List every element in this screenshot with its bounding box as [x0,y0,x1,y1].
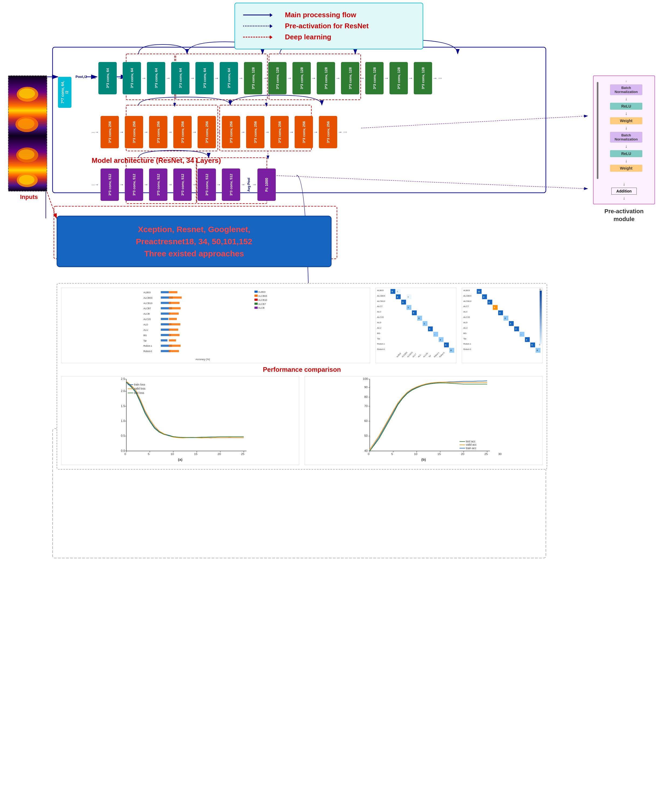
svg-rect-61 [169,345,181,347]
conv-block-green-3: 3*3 conv, 128 [292,62,311,94]
legend-label-main: Main processing flow [285,11,356,19]
svg-text:ALCB10: ALCB10 [463,300,472,302]
svg-text:20: 20 [218,452,221,456]
svg-text:Robot-0: Robot-0 [439,351,445,358]
svg-text:ALCB03: ALCB03 [463,295,472,297]
main-diagram: Main processing flow Pre-activation for … [0,0,672,788]
conv-block-green-4: 3*3 conv, 128 [317,62,335,94]
svg-text:ALC20: ALC20 [463,316,470,318]
svg-text:Robot-1: Robot-1 [463,343,471,345]
svg-text:0: 0 [505,317,506,319]
svg-text:ALCB10: ALCB10 [407,351,413,358]
svg-text:ALB03: ALB03 [143,291,151,294]
svg-rect-98 [423,321,427,326]
svg-rect-62 [169,350,179,352]
confusion-matrix-1-svg: ALB03 ALCB03 ALCB10 ALC7 ALC ALC20 ALD A… [376,288,456,363]
svg-text:3: 3 [510,323,512,325]
avg-pool-label: Avg Pool [247,176,251,193]
svg-text:ALC20: ALC20 [143,318,151,321]
svg-text:train loss: train loss [134,383,145,386]
preact-arrow-1: ↓ [625,97,627,102]
svg-text:15: 15 [194,452,198,456]
svg-text:ALU: ALU [143,329,148,331]
conv-block-green-8: 3*3 conv, 128 [414,62,432,94]
svg-rect-63 [254,291,258,293]
preact-arrow-4: ↓ [625,144,627,149]
svg-rect-151 [520,332,524,337]
svg-text:0: 0 [368,452,369,456]
svg-text:ALB03: ALB03 [463,289,470,292]
svg-text:ALD: ALD [377,321,381,324]
pool-label: Pool,/2 [75,75,87,79]
svg-rect-43 [160,313,170,315]
svg-text:BG: BG [463,332,466,335]
legend-item-preact: Pre-activation for ResNet [243,22,415,30]
svg-rect-71 [254,307,258,309]
svg-text:Tar: Tar [143,339,147,342]
svg-rect-52 [169,297,182,299]
svg-text:ALC20: ALC20 [423,352,428,358]
svg-text:80: 80 [364,395,368,399]
performance-section: ALB03 ALCB03 ALCB10 ALCB7 ALCB ALC20 ALD… [57,283,547,470]
svg-text:25: 25 [241,452,245,456]
svg-text:11: 11 [478,290,480,293]
conv-block-green-6: 3*3 conv, 128 [365,62,384,94]
conv-block-green-5: 3*3 conv, 128 [341,62,359,94]
svg-text:100: 100 [363,377,368,380]
svg-text:ALCB03: ALCB03 [258,295,267,297]
svg-rect-153 [525,337,530,342]
conv-block-purple-1: 3*3 conv, 512 [100,168,119,201]
preact-bn-2: BatchNormalization [610,132,642,143]
svg-text:2.0: 2.0 [121,389,125,392]
perf-comparison-label: Performance comparison [61,366,543,373]
conv-block-purple-2: 3*3 conv, 512 [125,168,143,201]
conv-block-green-1: 3*3 conv, 128 [244,62,262,94]
svg-text:ALCB7: ALCB7 [143,307,151,310]
svg-rect-147 [509,321,514,326]
conv-block-orange-4: 3*3 conv, 256 [173,116,192,148]
svg-text:3: 3 [526,338,527,341]
approaches-box: Xception, Resnet, Googlenet, Preactresne… [57,216,332,267]
svg-rect-39 [160,291,169,293]
svg-line-20 [361,116,588,128]
svg-text:3: 3 [402,301,404,303]
confusion-matrix-2: ALB03 ALCB03 ALCB10 ALC7 ALC ALC20 ALD A… [462,288,543,363]
svg-text:ALB03: ALB03 [396,352,401,358]
svg-rect-137 [482,294,487,299]
svg-text:-: - [435,333,435,336]
svg-text:25: 25 [485,452,488,456]
svg-text:5: 5 [494,306,495,309]
svg-rect-59 [169,334,180,336]
preact-relu-2: ReLU [610,150,642,157]
svg-text:ALCB7: ALCB7 [258,303,266,305]
line-charts-row: 0.0 0.5 1.0 1.5 2.0 2.5 0 5 [61,376,543,465]
svg-text:40: 40 [364,449,368,452]
svg-rect-54 [169,307,181,309]
conv77-block: 7*7 conv, 64, /2 [58,77,71,108]
svg-text:0: 0 [408,296,409,298]
preact-box: ↓ BatchNormalization ↓ ReLU ↓ Weight ↓ B… [593,75,655,204]
conv-block-purple-4: 3*3 conv, 512 [173,168,192,201]
svg-text:ALCB10: ALCB10 [377,300,385,302]
svg-rect-100 [428,326,433,331]
svg-text:15: 15 [437,452,441,456]
confusion-matrix-1: ALB03 ALCB03 ALCB10 ALC7 ALC ALC20 ALD A… [375,288,456,363]
svg-text:4: 4 [499,311,500,314]
svg-text:0: 0 [124,452,126,456]
svg-text:ALC: ALC [377,311,381,313]
svg-text:90: 90 [364,386,368,389]
svg-text:0: 0 [418,317,420,319]
svg-rect-108 [450,348,454,353]
svg-rect-90 [401,300,406,305]
conv-block-green-7: 3*3 conv, 128 [389,62,408,94]
svg-rect-102 [434,332,438,337]
preact-weight-1: Weight [610,117,642,124]
bar-chart: ALB03 ALCB03 ALCB10 ALCB7 ALCB ALC20 ALD… [61,288,370,363]
svg-text:60: 60 [364,419,368,423]
svg-text:valid loss: valid loss [134,387,145,390]
svg-text:ALCB10: ALCB10 [143,302,152,305]
svg-text:5: 5 [413,311,414,314]
svg-text:ALCB03: ALCB03 [377,295,385,297]
svg-rect-159 [540,291,542,344]
svg-text:0: 0 [539,344,540,346]
